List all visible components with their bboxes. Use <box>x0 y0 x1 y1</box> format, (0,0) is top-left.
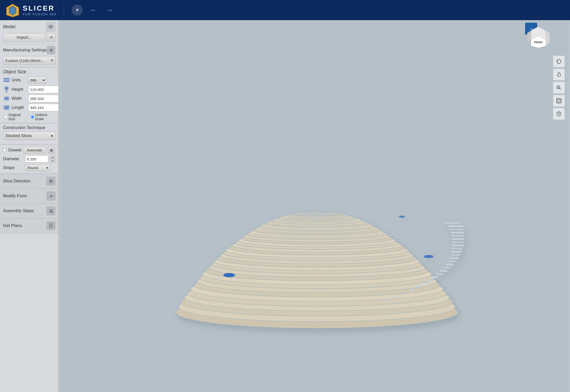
rotate-tool-button[interactable] <box>553 55 565 68</box>
3d-model-canvas <box>59 20 570 392</box>
view-cube-svg: FRONT <box>527 25 550 48</box>
svg-rect-85 <box>452 238 465 240</box>
svg-rect-89 <box>451 251 462 253</box>
svg-rect-95 <box>440 270 447 272</box>
svg-rect-23 <box>49 211 53 211</box>
dowels-row: Dowels Automatic ⊞ <box>3 147 55 154</box>
assembly-steps-section: Assembly Steps <box>0 204 58 218</box>
viewport: → <box>59 20 570 392</box>
sidebar: Model Import... ↺ <box>0 20 59 392</box>
svg-point-77 <box>223 273 235 277</box>
technique-dropdown[interactable]: Stacked Slices ▾ <box>3 132 55 140</box>
svg-rect-94 <box>443 267 451 269</box>
svg-rect-101 <box>409 289 414 291</box>
length-row: Length ▲ ▼ <box>3 104 55 111</box>
width-label: Width <box>12 96 27 101</box>
cube-icon <box>556 111 562 117</box>
shape-dropdown[interactable]: Round ▾ <box>25 164 50 171</box>
dowels-panel: Dowels Automatic ⊞ Diameter ▲ ▼ Shape Ro… <box>0 145 58 174</box>
diameter-increment[interactable]: ▲ <box>50 155 55 159</box>
svg-rect-90 <box>450 254 461 256</box>
fit-icon <box>556 98 562 104</box>
svg-rect-97 <box>432 276 438 278</box>
logo-area: SLICER FOR FUSION 360 <box>5 3 56 18</box>
svg-rect-14 <box>5 97 9 100</box>
refresh-button[interactable]: ↺ <box>47 33 55 42</box>
svg-line-113 <box>559 88 561 90</box>
import-button[interactable]: Import... <box>3 33 45 42</box>
mfg-panel: Manufacturing Settings ⚙ Custom (1160.00… <box>0 44 58 67</box>
modify-form-header[interactable]: Modify Form <box>0 189 58 203</box>
uniform-scale-radio[interactable] <box>31 115 34 119</box>
height-row: Height ▲ ▼ <box>3 86 55 93</box>
svg-rect-10 <box>5 87 8 90</box>
grid-icon <box>48 179 53 184</box>
dowels-label: Dowels <box>8 148 21 152</box>
pan-tool-button[interactable] <box>553 69 565 81</box>
svg-rect-8 <box>4 81 10 82</box>
uniform-scale-option[interactable]: Uniform Scale <box>31 113 55 121</box>
hand-icon <box>556 72 562 78</box>
manufacturing-section: Manufacturing Settings ⚙ Custom (1160.00… <box>0 44 58 67</box>
technique-value: Stacked Slices <box>5 134 32 138</box>
get-plans-icon <box>47 221 55 230</box>
slice-direction-icon <box>47 177 55 185</box>
reset-view-button[interactable] <box>553 108 565 120</box>
svg-rect-116 <box>557 99 561 103</box>
logo-text: SLICER FOR FUSION 360 <box>23 4 56 16</box>
mfg-custom-label: Custom (1160.00mm... <box>5 58 44 63</box>
redo-button[interactable]: → <box>104 5 115 16</box>
slice-direction-header[interactable]: Slice Direction <box>0 174 58 188</box>
svg-rect-98 <box>427 279 433 281</box>
header-dropdown-icon[interactable]: ▾ <box>72 5 83 16</box>
length-input[interactable] <box>28 104 59 111</box>
svg-rect-91 <box>449 257 459 259</box>
original-size-radio[interactable] <box>4 115 7 119</box>
technique-arrow: ▾ <box>51 134 53 138</box>
shape-value: Round <box>27 166 38 170</box>
get-plans-header[interactable]: Get Plans <box>0 218 58 233</box>
undo-button[interactable]: ← <box>88 5 99 16</box>
mfg-header: Manufacturing Settings ⚙ <box>3 46 55 54</box>
length-icon <box>3 104 10 111</box>
fit-tool-button[interactable] <box>553 95 565 107</box>
model-visibility-button[interactable] <box>46 22 55 31</box>
assembly-steps-header[interactable]: Assembly Steps <box>0 204 58 218</box>
svg-rect-86 <box>452 241 464 243</box>
shape-label: Shape <box>3 166 23 170</box>
slice-direction-section: Slice Direction <box>0 174 58 189</box>
modify-form-section: Modify Form <box>0 189 58 204</box>
diameter-input[interactable] <box>25 155 48 162</box>
model-section: Model Import... ↺ <box>0 20 58 44</box>
svg-rect-80 <box>445 222 461 224</box>
width-icon <box>3 95 10 102</box>
view-cube[interactable]: FRONT <box>527 25 550 48</box>
mfg-settings-button[interactable]: ⚙ <box>47 46 55 54</box>
model-panel: Model Import... ↺ <box>0 20 58 44</box>
diameter-decrement[interactable]: ▼ <box>50 159 55 163</box>
height-input[interactable] <box>28 86 59 93</box>
svg-point-78 <box>424 255 433 258</box>
svg-rect-92 <box>448 260 457 262</box>
rotate-icon <box>556 58 562 64</box>
logo-subtitle: FOR FUSION 360 <box>23 12 56 16</box>
shape-row: Shape Round ▾ <box>3 164 55 171</box>
object-size-section: Object Size Units mm in cm <box>0 67 58 123</box>
svg-rect-102 <box>403 292 406 294</box>
units-label: Units <box>12 78 27 82</box>
zoom-tool-button[interactable] <box>553 82 565 94</box>
mfg-dropdown[interactable]: Custom (1160.00mm... ▾ <box>3 56 55 65</box>
dowels-spin-button[interactable]: ⊞ <box>48 147 55 154</box>
dowels-auto-button[interactable]: Automatic <box>23 147 46 154</box>
diameter-label: Diameter <box>3 157 23 161</box>
width-row: Width ▲ ▼ <box>3 95 55 102</box>
units-select[interactable]: mm in cm <box>28 77 46 84</box>
dowels-checkbox[interactable] <box>3 149 6 152</box>
modify-icon <box>48 193 53 199</box>
svg-rect-88 <box>452 247 463 249</box>
svg-rect-81 <box>448 225 463 227</box>
uniform-scale-label: Uniform Scale <box>35 113 55 121</box>
width-input[interactable] <box>28 95 59 102</box>
original-size-option[interactable]: Original Size <box>4 113 27 121</box>
slice-direction-title: Slice Direction <box>3 179 31 184</box>
